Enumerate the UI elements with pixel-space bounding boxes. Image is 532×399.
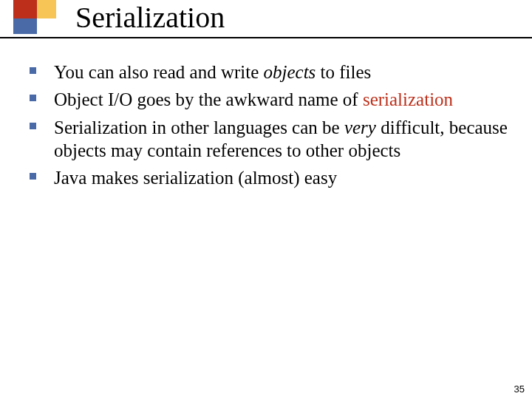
list-item: Object I/O goes by the awkward name of s… bbox=[25, 88, 510, 111]
slide: Serialization You can also read and writ… bbox=[0, 0, 532, 399]
list-item: Serialization in other languages can be … bbox=[25, 116, 510, 163]
logo-yellow-square bbox=[37, 0, 56, 18]
list-item: Java makes serialization (almost) easy bbox=[25, 166, 510, 189]
logo-red-square bbox=[13, 0, 37, 18]
list-item: You can also read and write objects to f… bbox=[25, 61, 510, 83]
logo-blue-square bbox=[13, 18, 37, 34]
slide-title: Serialization bbox=[75, 1, 225, 34]
bullet-text: Object I/O goes by the awkward name of s… bbox=[54, 88, 453, 111]
bullet-list: You can also read and write objects to f… bbox=[25, 59, 510, 194]
bullet-square-icon bbox=[30, 123, 36, 129]
bullet-text: Java makes serialization (almost) easy bbox=[54, 166, 337, 189]
bullet-square-icon bbox=[30, 173, 36, 180]
bullet-square-icon bbox=[30, 95, 36, 101]
logo-squares bbox=[13, 0, 58, 34]
bullet-text: Serialization in other languages can be … bbox=[54, 116, 510, 163]
bullet-text: You can also read and write objects to f… bbox=[54, 61, 371, 83]
title-underline bbox=[0, 37, 532, 38]
bullet-square-icon bbox=[30, 67, 36, 74]
page-number: 35 bbox=[514, 383, 525, 395]
